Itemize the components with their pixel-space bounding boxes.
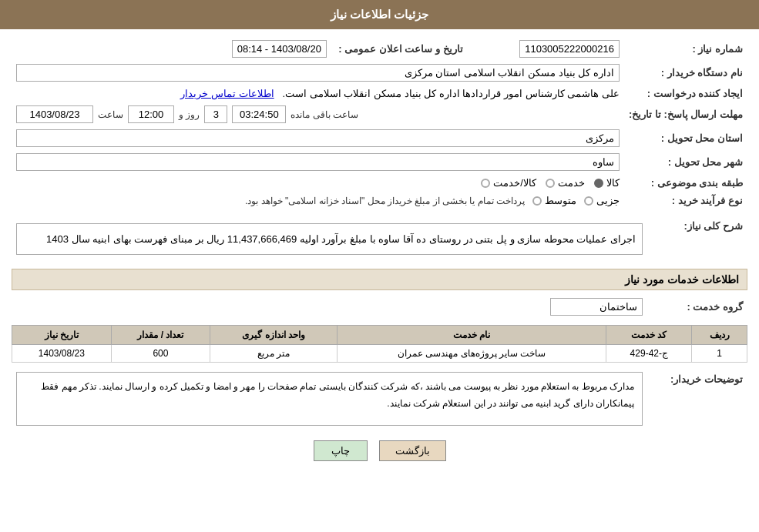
remaining-label: ساعت باقی مانده [291, 109, 358, 120]
process-option-2-label: متوسط [545, 195, 576, 206]
category-option-3-label: کالا/خدمت [493, 177, 536, 189]
category-option-3[interactable]: کالا/خدمت [481, 177, 536, 189]
process-option-1-label: جزیی [596, 195, 620, 206]
process-note: پرداخت تمام یا بخشی از مبلغ خریداز محل "… [245, 196, 525, 206]
notes-label: توضیحات خریدار: [647, 369, 747, 429]
process-radio-group: پرداخت تمام یا بخشی از مبلغ خریداز محل "… [16, 195, 620, 206]
services-section-title: اطلاعات خدمات مورد نیاز [12, 269, 747, 290]
service-group-label: گروه خدمت : [647, 295, 747, 319]
back-button[interactable]: بازگشت [379, 440, 446, 461]
process-label: نوع فرآیند خرید : [624, 192, 747, 209]
deadline-time-label: ساعت [98, 109, 123, 120]
process-radio-1 [584, 196, 593, 206]
delivery-city-label: شهر محل تحویل : [624, 150, 747, 174]
table-row: 1 ج-42-429 ساخت سایر پروژه‌های مهندسی عم… [12, 345, 747, 363]
buyer-org-value: اداره کل بنیاد مسکن انقلاب اسلامی استان … [16, 64, 620, 82]
service-group-value: ساختمان [550, 298, 643, 316]
cell-row: 1 [692, 345, 747, 363]
col-header-code: کد خدمت [606, 326, 692, 345]
services-table: ردیف کد خدمت نام خدمت واحد اندازه گیری ت… [12, 325, 747, 363]
cell-date: 1403/08/23 [12, 345, 112, 363]
cell-code: ج-42-429 [606, 345, 692, 363]
page-header: جزئیات اطلاعات نیاز [0, 0, 759, 29]
col-header-unit: واحد اندازه گیری [210, 326, 338, 345]
col-header-date: تاریخ نیاز [12, 326, 112, 345]
description-text: اجرای عملیات محوطه سازی و پل بتنی در روس… [16, 223, 643, 255]
delivery-province-label: استان محل تحویل : [624, 126, 747, 150]
cell-name: ساخت سایر پروژه‌های مهندسی عمران [337, 345, 606, 363]
category-radio-1 [594, 179, 603, 188]
need-number-label: شماره نیاز : [624, 37, 747, 61]
deadline-day-label: روز و [179, 109, 200, 120]
category-option-1[interactable]: کالا [594, 177, 620, 189]
remaining-time: 03:24:50 [232, 105, 286, 123]
category-radio-group: کالا/خدمت خدمت کالا [16, 177, 620, 189]
deadline-date: 1403/08/23 [16, 105, 93, 123]
buyer-org-label: نام دستگاه خریدار : [624, 61, 747, 85]
delivery-province-value: مرکزی [16, 129, 620, 147]
category-option-2[interactable]: خدمت [546, 177, 585, 189]
page-title: جزئیات اطلاعات نیاز [331, 8, 428, 21]
creator-link[interactable]: اطلاعات تماس خریدار [180, 88, 274, 99]
creator-value: علی هاشمی کارشناس امور قراردادها اداره ک… [283, 88, 620, 99]
category-option-1-label: کالا [606, 177, 620, 189]
col-header-qty: تعداد / مقدار [111, 326, 210, 345]
category-radio-2 [546, 179, 555, 188]
creator-label: ایجاد کننده درخواست : [624, 85, 747, 102]
description-section: شرح کلی نیاز: اجرای عملیات محوطه سازی و … [12, 216, 747, 263]
category-radio-3 [481, 179, 490, 188]
need-number-value: 1103005222000216 [519, 40, 620, 58]
cell-unit: متر مربع [210, 345, 338, 363]
info-section: شماره نیاز : 1103005222000216 تاریخ و سا… [12, 37, 747, 209]
delivery-city-value: ساوه [16, 153, 620, 171]
process-option-1[interactable]: جزیی [584, 195, 620, 206]
notes-section: توضیحات خریدار: مدارک مربوط به استعلام م… [12, 369, 747, 429]
response-deadline-label: مهلت ارسال پاسخ: تا تاریخ: [624, 102, 747, 126]
announce-value: 1403/08/20 - 08:14 [232, 40, 327, 58]
col-header-name: نام خدمت [337, 326, 606, 345]
col-header-row: ردیف [692, 326, 747, 345]
notes-text: مدارک مربوط به استعلام مورد نظر به پیوست… [16, 372, 643, 426]
deadline-time: 12:00 [128, 105, 174, 123]
announce-label: تاریخ و ساعت اعلان عمومی : [331, 37, 470, 61]
deadline-day: 3 [204, 105, 227, 123]
process-radio-2 [532, 196, 542, 206]
category-option-2-label: خدمت [558, 177, 585, 189]
description-label: شرح کلی نیاز: [647, 216, 747, 263]
action-buttons: بازگشت چاپ [12, 440, 747, 461]
service-group-row: گروه خدمت : ساختمان [12, 295, 747, 319]
print-button[interactable]: چاپ [314, 440, 368, 461]
cell-qty: 600 [111, 345, 210, 363]
category-label: طبقه بندی موضوعی : [624, 174, 747, 192]
process-option-2[interactable]: متوسط [532, 195, 576, 206]
